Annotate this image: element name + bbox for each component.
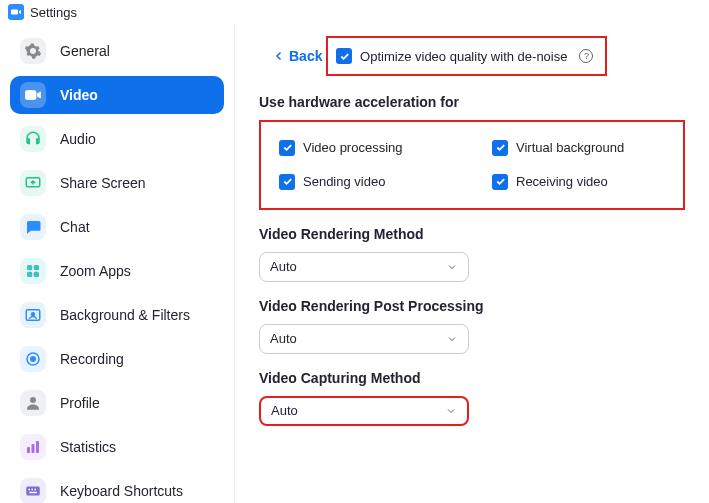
svg-point-8 xyxy=(31,357,36,362)
back-button[interactable]: Back xyxy=(273,48,322,64)
rendering-post-select[interactable]: Auto xyxy=(259,324,469,354)
svg-rect-1 xyxy=(27,265,32,270)
svg-rect-16 xyxy=(35,489,37,491)
hw-label: Video processing xyxy=(303,140,403,155)
rendering-method-title: Video Rendering Method xyxy=(259,226,685,242)
capturing-method-value: Auto xyxy=(271,403,298,418)
capturing-method-select[interactable]: Auto xyxy=(259,396,469,426)
checkbox-receiving-video[interactable] xyxy=(492,174,508,190)
keyboard-icon xyxy=(20,478,46,503)
svg-rect-3 xyxy=(27,272,32,277)
window-title: Settings xyxy=(30,5,77,20)
statistics-icon xyxy=(20,434,46,460)
annotation-box-optimize: Optimize video quality with de-noise ? xyxy=(326,36,607,76)
rendering-post-value: Auto xyxy=(270,331,297,346)
recording-icon xyxy=(20,346,46,372)
sidebar-item-zoom-apps[interactable]: Zoom Apps xyxy=(10,252,224,290)
sidebar-item-recording[interactable]: Recording xyxy=(10,340,224,378)
svg-rect-12 xyxy=(36,441,39,453)
hw-label: Virtual background xyxy=(516,140,624,155)
zoom-app-icon xyxy=(8,4,24,20)
sidebar-item-profile[interactable]: Profile xyxy=(10,384,224,422)
chevron-down-icon xyxy=(446,261,458,273)
optimize-row[interactable]: Optimize video quality with de-noise ? xyxy=(336,44,593,68)
sidebar-label: Video xyxy=(60,87,98,103)
chevron-left-icon xyxy=(273,50,285,62)
gear-icon xyxy=(20,38,46,64)
svg-rect-2 xyxy=(34,265,39,270)
sidebar-item-video[interactable]: Video xyxy=(10,76,224,114)
rendering-post-title: Video Rendering Post Processing xyxy=(259,298,685,314)
rendering-method-value: Auto xyxy=(270,259,297,274)
hw-label: Receiving video xyxy=(516,174,608,189)
check-icon xyxy=(339,51,350,62)
headphones-icon xyxy=(20,126,46,152)
annotation-box-hw-accel: Video processing Virtual background Send… xyxy=(259,120,685,210)
optimize-label: Optimize video quality with de-noise xyxy=(360,49,567,64)
svg-point-9 xyxy=(30,397,36,403)
chevron-down-icon xyxy=(446,333,458,345)
share-screen-icon xyxy=(20,170,46,196)
svg-rect-15 xyxy=(32,489,34,491)
video-icon xyxy=(20,82,46,108)
sidebar-label: Zoom Apps xyxy=(60,263,131,279)
sidebar-item-chat[interactable]: Chat xyxy=(10,208,224,246)
hw-video-processing[interactable]: Video processing xyxy=(279,136,452,160)
titlebar: Settings xyxy=(0,0,709,24)
svg-rect-4 xyxy=(34,272,39,277)
sidebar-label: Statistics xyxy=(60,439,116,455)
sidebar-item-background-filters[interactable]: Background & Filters xyxy=(10,296,224,334)
svg-rect-13 xyxy=(26,487,40,496)
sidebar-label: Keyboard Shortcuts xyxy=(60,483,183,499)
sidebar-item-statistics[interactable]: Statistics xyxy=(10,428,224,466)
hw-label: Sending video xyxy=(303,174,385,189)
apps-icon xyxy=(20,258,46,284)
chat-icon xyxy=(20,214,46,240)
hw-accel-title: Use hardware acceleration for xyxy=(259,94,685,110)
checkbox-virtual-background[interactable] xyxy=(492,140,508,156)
main-panel: Back Optimize video quality with de-nois… xyxy=(235,24,709,503)
svg-point-6 xyxy=(32,313,35,316)
sidebar-label: Share Screen xyxy=(60,175,146,191)
sidebar-label: Audio xyxy=(60,131,96,147)
capturing-method-title: Video Capturing Method xyxy=(259,370,685,386)
sidebar-label: Chat xyxy=(60,219,90,235)
optimize-checkbox[interactable] xyxy=(336,48,352,64)
sidebar-item-share-screen[interactable]: Share Screen xyxy=(10,164,224,202)
sidebar-item-audio[interactable]: Audio xyxy=(10,120,224,158)
rendering-method-select[interactable]: Auto xyxy=(259,252,469,282)
svg-rect-11 xyxy=(32,444,35,453)
checkbox-video-processing[interactable] xyxy=(279,140,295,156)
checkbox-sending-video[interactable] xyxy=(279,174,295,190)
profile-icon xyxy=(20,390,46,416)
sidebar-label: General xyxy=(60,43,110,59)
sidebar-label: Background & Filters xyxy=(60,307,190,323)
sidebar-item-general[interactable]: General xyxy=(10,32,224,70)
svg-rect-14 xyxy=(29,489,31,491)
help-icon[interactable]: ? xyxy=(579,49,593,63)
hw-sending-video[interactable]: Sending video xyxy=(279,170,452,194)
svg-rect-10 xyxy=(27,447,30,453)
sidebar-item-keyboard-shortcuts[interactable]: Keyboard Shortcuts xyxy=(10,472,224,503)
sidebar-label: Recording xyxy=(60,351,124,367)
sidebar: General Video Audio Share Screen Chat xyxy=(0,24,235,503)
background-icon xyxy=(20,302,46,328)
hw-virtual-background[interactable]: Virtual background xyxy=(492,136,665,160)
back-label: Back xyxy=(289,48,322,64)
hw-receiving-video[interactable]: Receiving video xyxy=(492,170,665,194)
svg-rect-17 xyxy=(29,492,37,494)
chevron-down-icon xyxy=(445,405,457,417)
sidebar-label: Profile xyxy=(60,395,100,411)
